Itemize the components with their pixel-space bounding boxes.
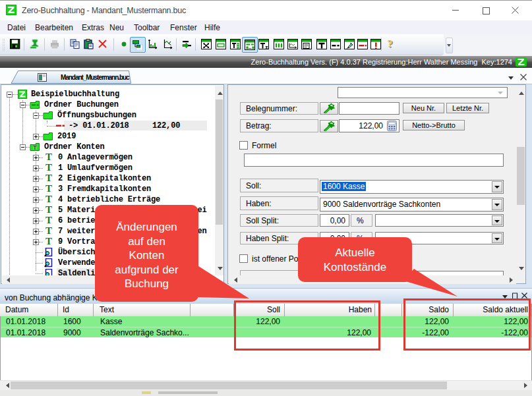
svg-text:?: ? [388,39,393,49]
